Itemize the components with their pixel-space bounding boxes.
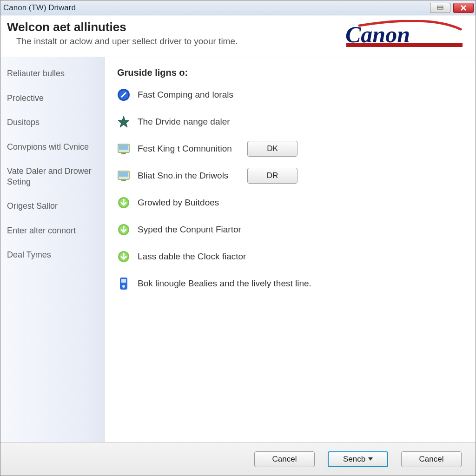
option-row-4: Growled by Buitdoes — [117, 194, 463, 211]
canon-logo: Canon — [345, 20, 466, 51]
header: Welcon aet allinuties The instalt or acl… — [0, 15, 476, 57]
option-row-3: Bliat Sno.in the Driwols DR — [117, 167, 463, 184]
svg-rect-21 — [121, 279, 126, 283]
option-label: Growled by Buitdoes — [138, 198, 219, 208]
svg-marker-7 — [118, 116, 129, 127]
page-title: Welcon aet allinuties — [7, 20, 238, 34]
star-icon — [117, 115, 130, 128]
sidebar-item-2[interactable]: Dusitops — [7, 117, 99, 128]
device-blue-icon — [117, 277, 130, 290]
option-label: Syped the Conpunt Fiartor — [138, 225, 241, 235]
sidebar-item-6[interactable]: Enter alter connort — [7, 225, 99, 236]
option-row-0: Fast Comping and lorals — [117, 86, 463, 103]
page-subtitle: The instalt or aclow and uper sellect dr… — [7, 36, 238, 46]
app-window: Canon (TW) Driward Welcon aet allinuties… — [0, 0, 476, 476]
sidebar-item-7[interactable]: Deal Tymes — [7, 250, 99, 260]
sidebar-item-0[interactable]: Reliauter bulles — [7, 68, 99, 79]
footer: Cancel Sencb Cancel — [0, 442, 476, 476]
window-controls — [430, 3, 476, 13]
sidebar: Reliauter bulles Prolective Dusitops Con… — [0, 57, 105, 442]
wrench-circle-icon — [117, 88, 130, 101]
dk-button[interactable]: DK — [247, 141, 298, 157]
option-row-7: Bok linougle Bealies and the lively thes… — [117, 275, 463, 292]
header-text: Welcon aet allinuties The instalt or acl… — [7, 20, 238, 46]
option-row-6: Lass dable the Clock fiactor — [117, 248, 463, 265]
svg-rect-9 — [119, 145, 128, 150]
send-button-label: Sencb — [343, 455, 365, 464]
cancel-button-left[interactable]: Cancel — [254, 451, 315, 467]
option-row-5: Syped the Conpunt Fiartor — [117, 221, 463, 238]
option-label: Bok linougle Bealies and the lively thes… — [138, 278, 311, 289]
svg-rect-10 — [121, 153, 126, 154]
minimize-button[interactable] — [430, 3, 450, 13]
svg-rect-4 — [346, 43, 463, 47]
main-panel: Gruside ligns o: Fast Comping and lorals… — [105, 57, 476, 442]
chevron-down-icon — [368, 457, 373, 461]
sidebar-item-1[interactable]: Prolective — [7, 93, 99, 104]
svg-rect-12 — [119, 172, 128, 177]
monitor-icon — [117, 169, 130, 182]
sidebar-item-5[interactable]: Origest Sallor — [7, 201, 99, 212]
option-label: The Drvide nange daler — [138, 117, 230, 127]
titlebar: Canon (TW) Driward — [0, 0, 476, 15]
monitor-icon — [117, 142, 130, 155]
svg-point-22 — [122, 285, 125, 288]
dr-button[interactable]: DR — [247, 168, 298, 184]
svg-rect-13 — [121, 180, 126, 181]
option-row-2: Fest King t Comnunition DK — [117, 140, 463, 157]
sidebar-item-3[interactable]: Convpions witl Cvnice — [7, 142, 99, 152]
option-label: Fast Comping and lorals — [138, 90, 233, 100]
close-button[interactable] — [453, 3, 474, 13]
sidebar-item-4[interactable]: Vate Daler and Drower Seting — [7, 166, 99, 187]
svg-rect-1 — [437, 8, 443, 9]
option-label: Lass dable the Clock fiactor — [138, 251, 246, 262]
option-label: Bliat Sno.in the Driwols — [138, 171, 240, 181]
body: Reliauter bulles Prolective Dusitops Con… — [0, 57, 476, 442]
window-title: Canon (TW) Driward — [3, 3, 76, 13]
option-row-1: The Drvide nange daler — [117, 113, 463, 130]
cancel-button-right[interactable]: Cancel — [401, 451, 462, 467]
send-button[interactable]: Sencb — [328, 451, 388, 467]
arrow-down-green-icon — [117, 196, 130, 209]
arrow-down-green-icon — [117, 223, 130, 236]
svg-rect-0 — [437, 6, 443, 7]
arrow-down-green-icon — [117, 250, 130, 263]
main-heading: Gruside ligns o: — [117, 67, 463, 78]
option-label: Fest King t Comnunition — [138, 144, 240, 154]
